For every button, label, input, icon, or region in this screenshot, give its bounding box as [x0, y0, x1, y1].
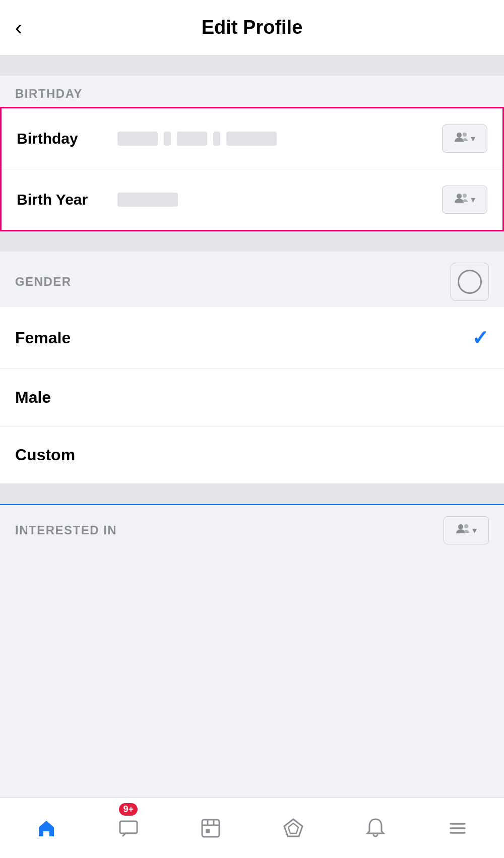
svg-point-3: [463, 194, 467, 198]
birthday-section-label: BIRTHDAY: [15, 87, 83, 101]
top-divider: [0, 55, 504, 76]
blurred-value-4: [213, 132, 220, 146]
nav-home[interactable]: [5, 798, 87, 858]
blurred-year-value: [117, 193, 178, 207]
groups-icon: [282, 817, 304, 839]
menu-icon: [447, 817, 469, 839]
birth-year-row[interactable]: Birth Year ▾: [2, 169, 502, 230]
female-check-icon: ✓: [472, 326, 489, 349]
svg-point-4: [458, 524, 463, 529]
svg-rect-7: [202, 820, 219, 837]
interested-privacy-button[interactable]: ▾: [444, 516, 489, 544]
gender-section-header: GENDER: [0, 252, 504, 307]
gender-section-label: GENDER: [15, 275, 72, 289]
svg-point-5: [464, 524, 468, 528]
birth-year-privacy-button[interactable]: ▾: [442, 186, 487, 214]
people-icon: [455, 132, 468, 146]
blurred-value-3: [177, 132, 207, 146]
nav-marketplace[interactable]: [170, 798, 252, 858]
messages-badge: 9+: [119, 803, 138, 816]
svg-rect-8: [206, 829, 210, 833]
gender-option-male[interactable]: Male: [0, 369, 504, 426]
svg-marker-10: [288, 823, 298, 833]
page-title: Edit Profile: [202, 17, 303, 38]
notifications-icon: [364, 817, 387, 839]
interested-section-label: INTERESTED IN: [15, 523, 117, 537]
header: ‹ Edit Profile: [0, 0, 504, 55]
svg-rect-6: [120, 821, 137, 833]
nav-groups[interactable]: [252, 798, 334, 858]
svg-point-2: [457, 194, 462, 199]
gender-option-female[interactable]: Female ✓: [0, 307, 504, 369]
custom-option-label: Custom: [15, 446, 75, 464]
marketplace-icon: [200, 817, 222, 839]
gender-circle-icon: [458, 270, 482, 294]
back-button[interactable]: ‹: [15, 17, 22, 38]
birthday-field-label: Birthday: [17, 130, 107, 147]
birthday-row[interactable]: Birthday ▾: [2, 108, 502, 169]
chevron-down-icon-2: ▾: [471, 194, 475, 205]
interested-section-header: INTERESTED IN ▾: [0, 504, 504, 550]
blurred-value-2: [164, 132, 171, 146]
gender-divider: [0, 231, 504, 252]
nav-notifications[interactable]: [334, 798, 416, 858]
blurred-value-1: [117, 132, 158, 146]
people-icon-3: [456, 523, 469, 537]
nav-messages[interactable]: 9+: [87, 798, 169, 858]
chevron-down-icon-3: ▾: [472, 525, 477, 536]
birth-year-value-blurred: [117, 193, 442, 207]
gender-option-custom[interactable]: Custom: [0, 426, 504, 484]
messages-icon: [117, 817, 140, 839]
male-option-label: Male: [15, 388, 51, 407]
birthday-section-header: BIRTHDAY: [0, 76, 504, 107]
chevron-down-icon: ▾: [471, 133, 475, 144]
birthday-highlight-container: Birthday ▾: [0, 107, 504, 231]
svg-point-1: [463, 133, 467, 137]
interested-divider: [0, 484, 504, 504]
gender-toggle-button[interactable]: [451, 263, 489, 301]
bottom-navigation: 9+: [0, 798, 504, 858]
home-icon: [35, 817, 57, 839]
female-option-label: Female: [15, 329, 71, 347]
svg-point-0: [457, 133, 462, 138]
people-icon-2: [455, 193, 468, 207]
blurred-value-5: [226, 132, 277, 146]
nav-menu[interactable]: [417, 798, 499, 858]
birthday-privacy-button[interactable]: ▾: [442, 125, 487, 153]
birthday-value-blurred: [117, 132, 442, 146]
birth-year-field-label: Birth Year: [17, 191, 107, 208]
